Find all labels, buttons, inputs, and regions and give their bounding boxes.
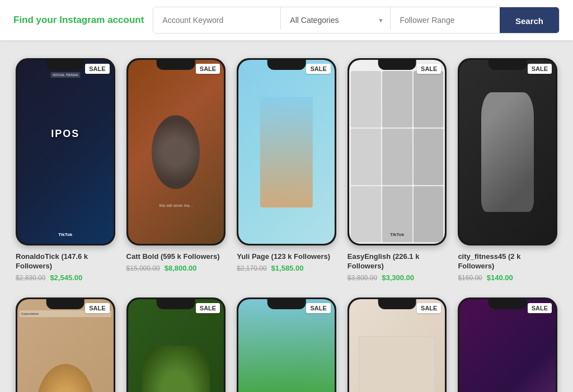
product-card-decor[interactable]: SALE Decor Maison (2 k Followers) $160.0…	[347, 297, 447, 392]
phone-wrapper: SALE SOCIAL TRADIA IPOS TikTok	[16, 58, 115, 245]
original-price: $2,170.00	[237, 265, 266, 272]
phone-frame: TikTok	[347, 58, 447, 245]
product-card-fitness[interactable]: SALE city_fitness45 (2 k Followers) $160…	[458, 58, 557, 282]
product-card-yuli[interactable]: SALE Yuli Page (123 k Followers) $2,170.…	[237, 58, 336, 282]
follower-range-input[interactable]	[391, 7, 500, 33]
price-row: $160.00 $140.00	[458, 273, 557, 282]
phone-wrapper: SALE this will never ma...	[126, 58, 226, 245]
search-group: All CategoriesFitnessTravelFoodFashionTe…	[153, 7, 560, 34]
sale-badge: SALE	[528, 303, 552, 313]
sale-badge: SALE	[528, 64, 552, 74]
phone-wrapper: SALE	[126, 297, 226, 392]
phone-notch	[489, 299, 527, 309]
phone-frame	[458, 58, 557, 245]
sale-badge: SALE	[306, 64, 330, 74]
search-button[interactable]: Search	[500, 7, 559, 34]
phone-notch	[267, 299, 306, 309]
card-title: Catt Bold (595 k Followers)	[126, 252, 226, 262]
category-wrapper: All CategoriesFitnessTravelFoodFashionTe…	[281, 7, 390, 33]
phone-screen: SOCIAL TRADIA IPOS TikTok	[17, 60, 114, 244]
phone-frame: this will never ma...	[126, 58, 226, 245]
phone-notch	[267, 60, 306, 70]
original-price: $15,000.00	[126, 265, 160, 272]
original-price: $3,800.00	[347, 274, 377, 282]
sale-price: $140.00	[487, 273, 513, 282]
phone-notch	[46, 299, 84, 309]
price-row: $15,000.00 $8,800.00	[126, 264, 226, 272]
phone-wrapper: SALE Expectation	[16, 297, 115, 392]
phone-screen	[238, 60, 335, 244]
phone-notch	[157, 60, 195, 70]
keyword-input[interactable]	[153, 7, 280, 33]
product-card-travell2[interactable]: SALE travell_aro (2.1 k Followers) $160.…	[458, 297, 557, 392]
sale-badge: SALE	[417, 64, 441, 74]
phone-screen	[459, 299, 556, 392]
product-grid: SALE SOCIAL TRADIA IPOS TikTok RonaldoTi…	[0, 40, 573, 392]
sale-badge: SALE	[306, 303, 330, 313]
phone-screen	[349, 299, 445, 392]
sale-price: $8,800.00	[165, 264, 197, 272]
phone-notch	[157, 299, 195, 309]
phone-screen	[459, 60, 556, 244]
phone-wrapper: SALE	[458, 58, 557, 245]
product-card-easy[interactable]: SALE TikTok EasyEnglish (226.1 k Followe…	[347, 58, 447, 282]
sale-price: $1,585.00	[271, 264, 304, 272]
price-row: $3,800.00 $3,300.00	[347, 273, 447, 282]
phone-wrapper: SALE	[237, 58, 336, 245]
phone-screen: TikTok	[349, 60, 445, 244]
product-card-travell[interactable]: SALE travell.hype (2 k Followers) $160.0…	[237, 297, 336, 392]
phone-wrapper: SALE	[458, 297, 557, 392]
card-title: Yuli Page (123 k Followers)	[237, 252, 336, 262]
phone-wrapper: SALE	[237, 297, 336, 392]
sale-badge: SALE	[417, 303, 441, 313]
phone-screen	[128, 299, 224, 392]
product-card-ronaldo[interactable]: SALE SOCIAL TRADIA IPOS TikTok RonaldoTi…	[16, 58, 115, 282]
phone-screen: this will never ma...	[128, 60, 224, 244]
sale-price: $2,545.00	[50, 273, 82, 282]
product-card-kitten[interactable]: SALE Expectation KittenPool (31.4 k Foll…	[16, 297, 115, 392]
phone-screen	[238, 299, 335, 392]
original-price: $160.00	[458, 274, 482, 282]
phone-notch	[489, 60, 527, 70]
sale-badge: SALE	[85, 303, 109, 313]
original-price: $2,830.00	[16, 274, 45, 282]
phone-screen: Expectation	[17, 299, 114, 392]
phone-notch	[378, 60, 416, 70]
header: Find your Instagram account All Categori…	[0, 0, 573, 40]
header-title: Find your Instagram account	[13, 15, 144, 26]
card-title: city_fitness45 (2 k Followers)	[458, 252, 557, 271]
sale-badge: SALE	[85, 64, 109, 74]
phone-notch	[46, 60, 84, 70]
phone-notch	[378, 299, 416, 309]
sale-badge: SALE	[196, 303, 220, 313]
phone-frame	[237, 58, 336, 245]
price-row: $2,170.00 $1,585.00	[237, 264, 336, 272]
product-card-catt[interactable]: SALE this will never ma... Catt Bold (59…	[126, 58, 226, 282]
phone-wrapper: SALE TikTok	[347, 58, 447, 245]
phone-wrapper: SALE	[347, 297, 447, 392]
product-card-hunter[interactable]: SALE Hunter Tour (2 k Followers) $120.00…	[126, 297, 226, 392]
phone-frame: SOCIAL TRADIA IPOS TikTok	[16, 58, 115, 245]
price-row: $2,830.00 $2,545.00	[16, 273, 115, 282]
category-select[interactable]: All CategoriesFitnessTravelFoodFashionTe…	[281, 9, 390, 31]
sale-price: $3,300.00	[382, 273, 414, 282]
card-title: RonaldoTick (147.6 k Followers)	[16, 252, 115, 271]
card-title: EasyEnglish (226.1 k Followers)	[347, 252, 447, 271]
sale-badge: SALE	[196, 64, 220, 74]
